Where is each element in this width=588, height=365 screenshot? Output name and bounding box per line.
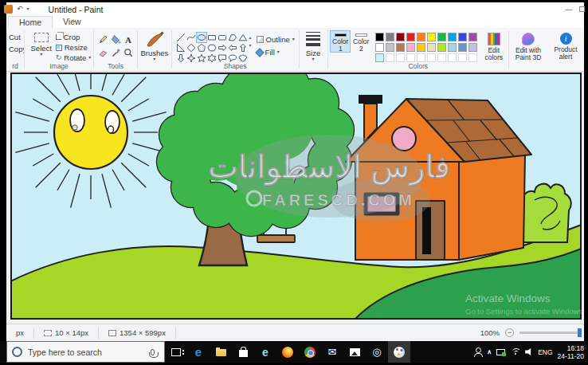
undo-icon[interactable]: ↶ (17, 5, 23, 14)
palette-color[interactable] (448, 53, 457, 62)
shape-polygon-icon[interactable] (228, 33, 237, 42)
file-explorer-button[interactable] (210, 341, 232, 363)
resize-button[interactable]: Resize (56, 43, 92, 52)
shape-pentagon-icon[interactable] (197, 43, 206, 53)
palette-color[interactable] (396, 43, 405, 52)
firefox-button[interactable] (276, 341, 299, 363)
tab-home[interactable]: Home (8, 16, 53, 28)
tab-view[interactable]: View (53, 16, 92, 28)
palette-color[interactable] (386, 43, 394, 52)
eraser-tool-icon[interactable] (96, 46, 109, 60)
photos-button[interactable] (343, 341, 366, 363)
paint-canvas[interactable]: فارس الاسطوانات FARESCD.COM Activate Win… (10, 73, 582, 320)
edit-with-paint3d-button[interactable]: Edit with Paint 3D (512, 29, 545, 62)
microphone-icon[interactable] (151, 349, 155, 355)
paint-taskbar-button[interactable] (388, 341, 410, 363)
shape-curve-icon[interactable] (186, 33, 196, 42)
shape-line-icon[interactable] (176, 33, 186, 42)
palette-color[interactable] (458, 53, 467, 62)
people-icon[interactable] (472, 347, 482, 357)
palette-color[interactable] (417, 53, 425, 62)
palette-color[interactable] (406, 53, 415, 62)
wifi-icon[interactable] (510, 348, 520, 356)
shapes-group-label: Shapes (172, 62, 299, 70)
shape-oval-icon[interactable] (197, 33, 206, 42)
zoom-slider-handle[interactable] (578, 328, 582, 337)
color1-button[interactable]: Color 1 (330, 30, 351, 53)
color-picker-tool-icon[interactable] (109, 46, 122, 60)
text-tool-icon[interactable]: A (122, 33, 135, 46)
edge-button[interactable]: e (187, 341, 210, 363)
color2-button[interactable]: Color 2 (351, 30, 371, 53)
store-button[interactable] (232, 341, 254, 363)
shape-rectangle-icon[interactable] (207, 33, 217, 42)
palette-color[interactable] (458, 33, 467, 41)
language-indicator[interactable]: ENG (538, 348, 552, 356)
pc-status-icon[interactable] (496, 349, 505, 355)
shape-hexagon-icon[interactable] (207, 43, 217, 53)
palette-color[interactable] (468, 53, 477, 62)
product-alert-button[interactable]: i Product alert (550, 29, 582, 62)
palette-color[interactable] (437, 33, 446, 41)
shape-arrow-right-icon[interactable] (218, 43, 227, 53)
palette-color[interactable] (437, 43, 446, 52)
clock[interactable]: 16:18 24-11-20 (558, 344, 584, 360)
search-input[interactable]: Type here to search (6, 341, 165, 363)
maximize-button[interactable] (579, 6, 585, 12)
mail-button[interactable]: ✉ (321, 341, 343, 363)
palette-color[interactable] (406, 43, 415, 52)
cut-button[interactable]: Cut (9, 33, 21, 41)
rotate-button[interactable]: ↻Rotate▾ (56, 53, 92, 62)
magnifier-tool-icon[interactable] (122, 46, 135, 60)
crop-button[interactable]: Crop (56, 33, 92, 41)
palette-color[interactable] (396, 33, 405, 41)
outline-button[interactable]: Outline▾ (257, 35, 295, 44)
pencil-tool-icon[interactable] (96, 33, 109, 46)
size-button[interactable]: Size ▾ (302, 29, 325, 62)
volume-icon[interactable] (525, 348, 533, 356)
palette-color[interactable] (375, 43, 384, 52)
zoom-slider[interactable] (519, 332, 582, 334)
qat-dropdown-icon[interactable]: ▾ (27, 5, 29, 14)
shape-right-triangle-icon[interactable] (176, 43, 186, 53)
copy-button[interactable]: Copy (9, 45, 24, 53)
recorder-button[interactable]: ◎ (366, 341, 388, 363)
select-button[interactable]: Select ▾ (27, 29, 56, 62)
palette-color[interactable] (396, 53, 405, 62)
brushes-button[interactable]: Brushes ▾ (140, 29, 169, 62)
palette-color[interactable] (468, 33, 477, 41)
palette-color[interactable] (427, 33, 436, 41)
shape-triangle-icon[interactable] (238, 33, 248, 42)
task-view-button[interactable] (165, 341, 187, 363)
palette-color[interactable] (386, 33, 394, 41)
shapes-scroll-up-icon[interactable]: ▴ (249, 34, 252, 40)
palette-color[interactable] (468, 43, 477, 52)
fill-tool-icon[interactable] (109, 33, 122, 46)
palette-color[interactable] (417, 43, 425, 52)
shapes-scroll-down-icon[interactable]: ▾ (249, 42, 252, 48)
palette-color[interactable] (448, 33, 457, 41)
crop-icon (56, 34, 61, 40)
chrome-button[interactable] (299, 341, 321, 363)
clock-time: 16:18 (558, 344, 584, 352)
shape-arrow-up-icon[interactable] (238, 43, 248, 53)
palette-color[interactable] (458, 43, 467, 52)
internet-explorer-button[interactable]: e (254, 341, 276, 363)
palette-color[interactable] (375, 53, 384, 62)
shape-diamond-icon[interactable] (186, 43, 196, 53)
palette-color[interactable] (437, 53, 446, 62)
fill-button[interactable]: Fill▾ (257, 48, 295, 57)
minimize-button[interactable]: — (559, 6, 579, 14)
edit-colors-button[interactable]: Edit colors (481, 29, 506, 62)
palette-color[interactable] (417, 33, 425, 41)
palette-color[interactable] (448, 43, 457, 52)
shape-rounded-rectangle-icon[interactable] (218, 33, 227, 42)
shape-arrow-left-icon[interactable] (228, 43, 237, 53)
tray-chevron-up-icon[interactable]: ∧ (487, 348, 492, 355)
zoom-out-button[interactable]: − (505, 328, 514, 337)
palette-color[interactable] (386, 53, 394, 62)
palette-color[interactable] (375, 33, 384, 41)
palette-color[interactable] (406, 33, 415, 41)
palette-color[interactable] (427, 53, 436, 62)
palette-color[interactable] (427, 43, 436, 52)
